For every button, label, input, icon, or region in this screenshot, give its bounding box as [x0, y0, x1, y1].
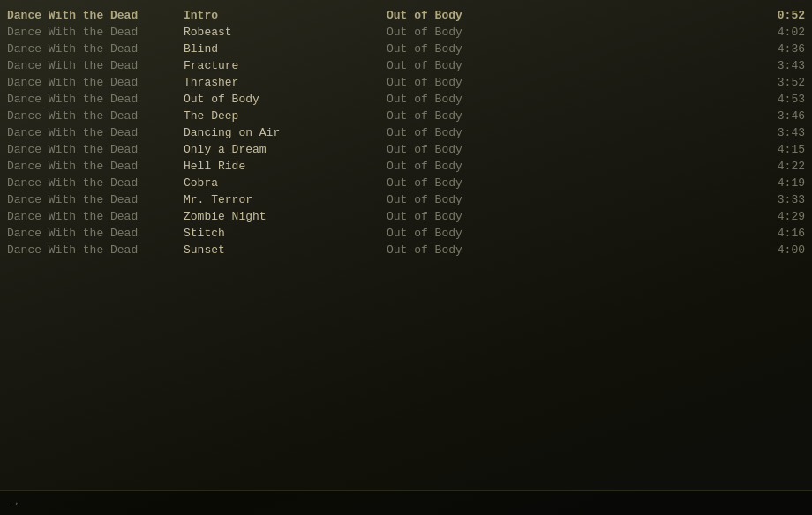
track-artist: Dance With the Dead	[7, 126, 184, 139]
track-album: Out of Body	[387, 26, 752, 39]
track-duration: 4:29	[752, 210, 805, 223]
track-title: Sunset	[184, 243, 387, 257]
track-duration: 4:36	[752, 42, 805, 56]
track-artist: Dance With the Dead	[7, 143, 184, 156]
track-title: Out of Body	[184, 93, 387, 106]
table-row[interactable]: Dance With the DeadBlindOut of Body4:36	[0, 41, 812, 57]
track-title: Fracture	[184, 59, 387, 72]
track-title: Cobra	[184, 176, 387, 190]
header-duration: 0:52	[752, 9, 805, 22]
track-title: Thrasher	[184, 76, 387, 89]
track-album: Out of Body	[387, 42, 752, 56]
track-artist: Dance With the Dead	[7, 227, 184, 240]
track-artist: Dance With the Dead	[7, 243, 184, 257]
track-duration: 4:15	[752, 143, 805, 156]
table-row[interactable]: Dance With the DeadOut of BodyOut of Bod…	[0, 91, 812, 108]
track-duration: 3:52	[752, 76, 805, 89]
track-duration: 4:00	[752, 243, 805, 257]
track-artist: Dance With the Dead	[7, 109, 184, 123]
table-row[interactable]: Dance With the DeadThrasherOut of Body3:…	[0, 74, 812, 91]
track-duration: 3:43	[752, 59, 805, 72]
track-list: Dance With the Dead Intro Out of Body 0:…	[0, 0, 812, 265]
track-duration: 4:19	[752, 176, 805, 190]
track-title: Only a Dream	[184, 143, 387, 156]
track-artist: Dance With the Dead	[7, 59, 184, 72]
track-title: Mr. Terror	[184, 193, 387, 206]
table-row[interactable]: Dance With the DeadFractureOut of Body3:…	[0, 57, 812, 74]
table-row[interactable]: Dance With the DeadCobraOut of Body4:19	[0, 175, 812, 191]
track-album: Out of Body	[387, 109, 752, 123]
table-row[interactable]: Dance With the DeadRobeastOut of Body4:0…	[0, 24, 812, 41]
track-duration: 4:22	[752, 160, 805, 173]
header-album: Out of Body	[387, 9, 752, 22]
track-album: Out of Body	[387, 76, 752, 89]
track-title: Dancing on Air	[184, 126, 387, 139]
track-duration: 4:16	[752, 227, 805, 240]
track-artist: Dance With the Dead	[7, 193, 184, 206]
track-artist: Dance With the Dead	[7, 76, 184, 89]
track-artist: Dance With the Dead	[7, 210, 184, 223]
track-artist: Dance With the Dead	[7, 160, 184, 173]
track-album: Out of Body	[387, 227, 752, 240]
track-album: Out of Body	[387, 143, 752, 156]
bottom-bar: →	[0, 490, 812, 515]
track-album: Out of Body	[387, 59, 752, 72]
track-album: Out of Body	[387, 93, 752, 106]
header-artist: Dance With the Dead	[7, 9, 184, 22]
track-list-header: Dance With the Dead Intro Out of Body 0:…	[0, 7, 812, 24]
table-row[interactable]: Dance With the DeadHell RideOut of Body4…	[0, 158, 812, 175]
table-row[interactable]: Dance With the DeadZombie NightOut of Bo…	[0, 208, 812, 225]
track-title: The Deep	[184, 109, 387, 123]
table-row[interactable]: Dance With the DeadDancing on AirOut of …	[0, 124, 812, 141]
track-album: Out of Body	[387, 176, 752, 190]
track-duration: 3:33	[752, 193, 805, 206]
track-album: Out of Body	[387, 243, 752, 257]
track-artist: Dance With the Dead	[7, 42, 184, 56]
table-row[interactable]: Dance With the DeadSunsetOut of Body4:00	[0, 242, 812, 258]
track-artist: Dance With the Dead	[7, 93, 184, 106]
track-duration: 4:02	[752, 26, 805, 39]
track-title: Robeast	[184, 26, 387, 39]
table-row[interactable]: Dance With the DeadThe DeepOut of Body3:…	[0, 108, 812, 124]
track-album: Out of Body	[387, 126, 752, 139]
track-duration: 4:53	[752, 93, 805, 106]
track-duration: 3:46	[752, 109, 805, 123]
track-title: Hell Ride	[184, 160, 387, 173]
track-title: Blind	[184, 42, 387, 56]
header-title: Intro	[184, 9, 387, 22]
track-artist: Dance With the Dead	[7, 26, 184, 39]
table-row[interactable]: Dance With the DeadStitchOut of Body4:16	[0, 225, 812, 242]
track-album: Out of Body	[387, 193, 752, 206]
table-row[interactable]: Dance With the DeadOnly a DreamOut of Bo…	[0, 141, 812, 158]
track-album: Out of Body	[387, 160, 752, 173]
track-title: Stitch	[184, 227, 387, 240]
table-row[interactable]: Dance With the DeadMr. TerrorOut of Body…	[0, 191, 812, 208]
track-title: Zombie Night	[184, 210, 387, 223]
track-duration: 3:43	[752, 126, 805, 139]
arrow-icon: →	[11, 496, 18, 511]
track-artist: Dance With the Dead	[7, 176, 184, 190]
track-album: Out of Body	[387, 210, 752, 223]
